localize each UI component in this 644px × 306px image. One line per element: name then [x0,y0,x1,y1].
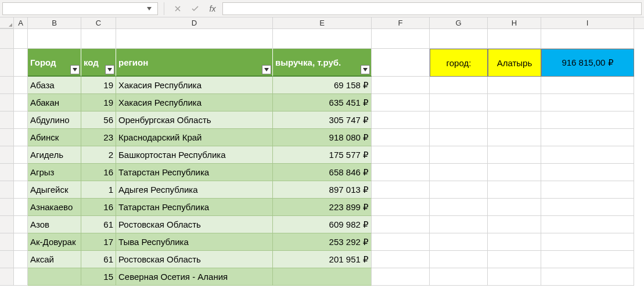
cell-city[interactable]: Абаза [28,77,81,94]
cell-region[interactable]: Татарстан Республика [116,164,273,181]
cell[interactable] [430,251,488,268]
cell-revenue[interactable]: 253 292 ₽ [273,233,372,251]
cell-region[interactable]: Хакасия Республика [116,94,273,111]
cell[interactable] [488,77,541,94]
cell-code[interactable]: 23 [81,129,116,146]
cell-code[interactable]: 61 [81,251,116,268]
cell-city[interactable]: Агрыз [28,164,81,181]
formula-input[interactable] [222,2,642,15]
cell-revenue[interactable]: 223 899 ₽ [273,199,372,216]
cell-city[interactable]: Ак-Довурак [28,233,81,251]
cell[interactable] [488,29,541,49]
cell[interactable] [372,181,430,199]
cell[interactable] [488,233,541,251]
confirm-formula-button[interactable] [188,2,203,16]
cell-city[interactable]: Агидель [28,146,81,164]
cell[interactable] [541,216,634,233]
cell[interactable] [488,251,541,268]
cell-city[interactable]: Абакан [28,94,81,111]
select-all-corner[interactable] [0,17,14,28]
table-header-city[interactable]: Город [28,49,81,77]
row-header[interactable] [0,146,14,164]
cell-region[interactable]: Краснодарский Край [116,129,273,146]
cell-revenue[interactable]: 175 577 ₽ [273,146,372,164]
cell[interactable] [372,29,430,49]
cell[interactable] [541,129,634,146]
cell[interactable] [14,129,28,146]
row-header[interactable] [0,216,14,233]
cell[interactable] [372,94,430,111]
column-header[interactable]: I [541,17,634,28]
cell[interactable] [81,29,116,49]
cell[interactable] [488,199,541,216]
cell[interactable] [541,111,634,129]
cell-city[interactable]: Абдулино [28,111,81,129]
cell[interactable] [430,164,488,181]
cell-code[interactable]: 19 [81,77,116,94]
cell[interactable] [14,111,28,129]
cell-region[interactable]: Адыгея Республика [116,181,273,199]
cell[interactable] [541,199,634,216]
cell-region[interactable]: Тыва Республика [116,233,273,251]
cell[interactable] [430,94,488,111]
filter-button[interactable] [105,65,114,74]
cell[interactable] [541,29,634,49]
column-header[interactable]: A [14,17,28,28]
cell[interactable] [488,94,541,111]
name-box-dropdown-icon[interactable] [147,7,155,10]
cell-region[interactable]: Татарстан Республика [116,199,273,216]
cell[interactable] [488,129,541,146]
column-header[interactable]: E [273,17,372,28]
column-header[interactable]: B [28,17,81,28]
cell-region[interactable]: Северная Осетия - Алания [116,268,273,286]
cell[interactable] [372,146,430,164]
cell[interactable] [430,199,488,216]
cell[interactable] [541,251,634,268]
lookup-value-cell[interactable]: 916 815,00 ₽ [541,49,634,77]
cancel-formula-button[interactable] [170,2,185,16]
cell-city[interactable]: Аксай [28,251,81,268]
cell[interactable] [28,29,81,49]
row-header[interactable] [0,111,14,129]
cell[interactable] [430,216,488,233]
cell[interactable] [430,29,488,49]
cell-revenue[interactable] [273,268,372,286]
cell[interactable] [430,181,488,199]
cell-revenue[interactable]: 658 846 ₽ [273,164,372,181]
cell[interactable] [430,268,488,286]
cell[interactable] [372,268,430,286]
cell[interactable] [372,49,430,77]
cell-city[interactable]: Адыгейск [28,181,81,199]
cell-code[interactable]: 61 [81,216,116,233]
cell[interactable] [488,181,541,199]
cell[interactable] [488,216,541,233]
cell[interactable] [541,77,634,94]
cell[interactable] [430,233,488,251]
cell-revenue[interactable]: 69 158 ₽ [273,77,372,94]
cell[interactable] [14,233,28,251]
cell-code[interactable]: 16 [81,199,116,216]
cell-city[interactable] [28,268,81,286]
cell-revenue[interactable]: 897 013 ₽ [273,181,372,199]
cell[interactable] [541,233,634,251]
cell[interactable] [541,164,634,181]
cell[interactable] [430,146,488,164]
cell-region[interactable]: Ростовская Область [116,216,273,233]
cell[interactable] [14,199,28,216]
cell[interactable] [372,251,430,268]
cell-region[interactable]: Оренбургская Область [116,111,273,129]
lookup-city-cell[interactable]: Алатырь [488,49,541,77]
cell[interactable] [430,77,488,94]
cell[interactable] [372,129,430,146]
cell[interactable] [541,146,634,164]
cell-region[interactable]: Хакасия Республика [116,77,273,94]
cell[interactable] [488,146,541,164]
fx-label[interactable]: fx [205,4,220,13]
row-header[interactable] [0,29,14,49]
cell-revenue[interactable]: 609 982 ₽ [273,216,372,233]
cell[interactable] [14,164,28,181]
row-header[interactable] [0,268,14,286]
row-header[interactable] [0,77,14,94]
cell[interactable] [14,268,28,286]
cell-revenue[interactable]: 201 951 ₽ [273,251,372,268]
